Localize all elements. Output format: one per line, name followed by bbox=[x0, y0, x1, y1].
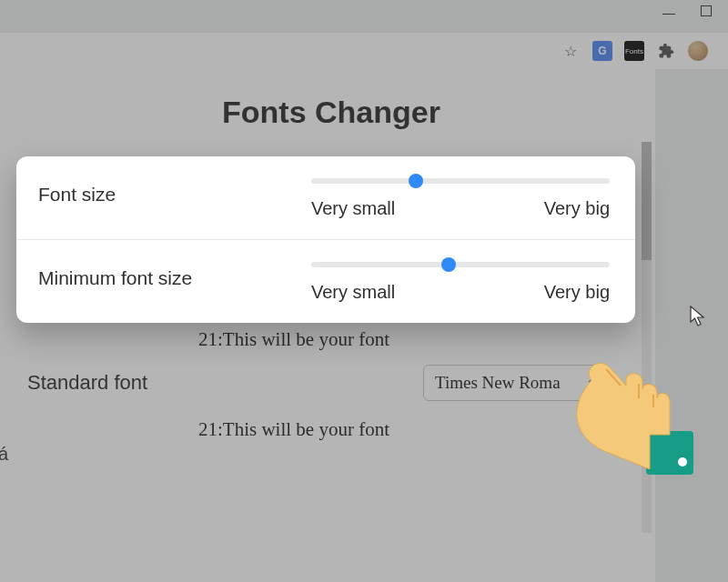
minimum-font-size-max-label: Very big bbox=[544, 282, 610, 303]
minimum-font-size-label: Minimum font size bbox=[38, 262, 311, 289]
mouse-cursor-icon bbox=[690, 306, 706, 331]
font-size-label: Font size bbox=[38, 178, 311, 206]
font-size-row: Font size Very small Very big bbox=[16, 156, 635, 239]
app-root: ☆ G Fonts Fonts Changer 21:This will be … bbox=[0, 0, 728, 582]
annotation-pointing-hand-icon bbox=[555, 344, 701, 493]
font-size-slider[interactable] bbox=[311, 178, 610, 184]
minimum-font-size-row: Minimum font size Very small Very big bbox=[16, 239, 635, 323]
svg-point-1 bbox=[678, 457, 687, 467]
minimum-font-size-slider[interactable] bbox=[311, 262, 610, 267]
font-size-min-label: Very small bbox=[311, 198, 395, 219]
font-size-slider-thumb[interactable] bbox=[409, 174, 423, 188]
font-size-modal: Font size Very small Very big Minimum fo… bbox=[16, 156, 635, 323]
minimum-font-size-min-label: Very small bbox=[311, 282, 395, 303]
svg-rect-0 bbox=[646, 431, 693, 475]
minimum-font-size-slider-thumb[interactable] bbox=[441, 257, 456, 272]
font-size-max-label: Very big bbox=[544, 198, 610, 219]
